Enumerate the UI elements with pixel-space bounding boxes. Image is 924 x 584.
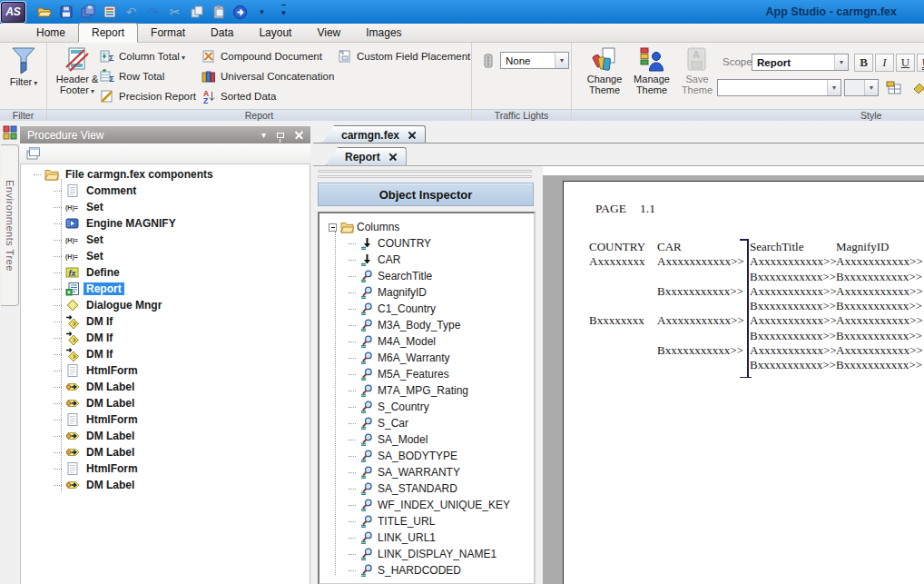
report-cell[interactable] xyxy=(589,358,657,372)
column-item-sa-bodytype[interactable]: SA_BODYTYPE xyxy=(325,448,534,464)
procedure-item-dm-if[interactable]: DM If xyxy=(21,346,310,362)
component-properties-icon[interactable] xyxy=(25,146,40,161)
redo-icon[interactable]: ↷ xyxy=(145,5,161,20)
column-item-magnifyid[interactable]: MagnifyID xyxy=(325,284,534,301)
report-cell[interactable]: Axxxxxxxxxxx>> xyxy=(750,254,836,269)
precision-report-button[interactable]: Precision Report xyxy=(100,87,196,105)
tab-format[interactable]: Format xyxy=(138,24,198,42)
report-cell[interactable]: Axxxxxxxx xyxy=(589,254,657,269)
procedure-item-set[interactable]: (H)=Set xyxy=(21,248,310,264)
procedure-item-set[interactable]: (H)=Set xyxy=(21,199,310,215)
report-cell[interactable]: Axxxxxxxxxxx>> xyxy=(836,284,924,299)
column-item-link-url1[interactable]: LINK_URL1 xyxy=(325,530,534,546)
procedure-item-htmlform[interactable]: HtmlForm xyxy=(21,362,310,379)
column-item-link-display-name1[interactable]: LINK_DISPLAY_NAME1 xyxy=(325,546,534,562)
tab-layout[interactable]: Layout xyxy=(246,24,304,42)
compound-document-button[interactable]: Compound Document xyxy=(202,47,322,65)
column-item-sa-model[interactable]: SA_Model xyxy=(325,431,534,448)
italic-button[interactable]: I xyxy=(875,54,894,72)
procedure-item-dm-if[interactable]: DM If xyxy=(21,330,310,346)
splitter-handle[interactable] xyxy=(318,175,532,178)
tab-report[interactable]: Report xyxy=(78,23,138,43)
report-cell[interactable] xyxy=(589,343,657,358)
tab-images[interactable]: Images xyxy=(353,24,414,42)
report-cell[interactable]: Bxxxxxxxxxxx>> xyxy=(750,329,836,343)
collapse-icon[interactable] xyxy=(329,223,337,232)
column-item-searchtitle[interactable]: SearchTitle xyxy=(325,268,534,284)
procedure-item-dm-label[interactable]: DM Label xyxy=(21,444,310,460)
report-cell[interactable] xyxy=(657,358,750,372)
column-item-m4a-model[interactable]: M4A_Model xyxy=(325,333,534,350)
column-item-m3a-body-type[interactable]: M3A_Body_Type xyxy=(325,317,534,333)
column-item-sa-warranty[interactable]: SA_WARRANTY xyxy=(325,464,534,480)
report-cell[interactable]: Bxxxxxxxxxxx>> xyxy=(750,358,836,372)
procedure-item-dm-label[interactable]: DM Label xyxy=(21,477,310,493)
pin-icon[interactable] xyxy=(277,133,284,138)
procedure-item-engine-magnify[interactable]: Engine MAGNIFY xyxy=(21,215,310,232)
procedure-item-dm-if[interactable]: DM If xyxy=(21,313,310,330)
report-cell[interactable]: Bxxxxxxxxxxx>> xyxy=(657,284,750,299)
report-cell[interactable]: Axxxxxxxxxxx>> xyxy=(657,254,750,269)
procedure-item-dialogue-mngr[interactable]: Dialogue Mngr xyxy=(21,297,310,313)
report-cell[interactable]: Bxxxxxxxxxxx>> xyxy=(750,299,836,313)
app-logo[interactable]: AS xyxy=(1,2,25,23)
universal-concatenation-button[interactable]: Universal Concatenation xyxy=(202,67,334,85)
report-header-cell[interactable]: MagnifyID xyxy=(836,240,924,254)
report-cell[interactable] xyxy=(589,329,657,343)
tab-view[interactable]: View xyxy=(304,24,353,42)
font-size-select[interactable]: ▾ xyxy=(844,79,879,96)
procedure-item-dm-label[interactable]: DM Label xyxy=(21,428,310,444)
close-icon[interactable] xyxy=(295,131,303,139)
procedure-item-set[interactable]: (H)=Set xyxy=(21,232,310,248)
procedure-item-report[interactable]: Report xyxy=(21,281,310,297)
panel-menu-icon[interactable]: ▾ xyxy=(261,131,266,140)
save-icon[interactable] xyxy=(58,5,74,20)
dropdown-icon[interactable]: ▾ xyxy=(254,5,270,20)
column-item-m7a-mpg-rating[interactable]: M7A_MPG_Rating xyxy=(325,382,534,399)
run-icon[interactable] xyxy=(232,5,248,20)
report-cell[interactable]: Axxxxxxxxxxx>> xyxy=(750,313,836,328)
bold-button[interactable]: B xyxy=(854,54,873,72)
procedure-item-htmlform[interactable]: HtmlForm xyxy=(21,460,310,477)
report-cell[interactable]: Axxxxxxxxxxx>> xyxy=(836,343,924,358)
report-cell[interactable] xyxy=(589,284,657,299)
column-item-sa-standard[interactable]: SA_STANDARD xyxy=(325,480,534,497)
scope-select[interactable]: Report ▾ xyxy=(752,54,849,71)
cut-icon[interactable]: ✂ xyxy=(167,5,182,20)
column-item-wf-index-unique-key[interactable]: WF_INDEX_UNIQUE_KEY xyxy=(325,497,534,513)
procedure-item-file-carmgn-fex-components[interactable]: File carmgn.fex components xyxy=(21,166,310,183)
save-theme-button[interactable]: A Save Theme xyxy=(677,46,717,95)
environments-icon[interactable] xyxy=(3,125,17,140)
column-item-m6a-warranty[interactable]: M6A_Warranty xyxy=(325,350,534,366)
font-family-select[interactable]: ▾ xyxy=(717,79,841,96)
report-view-tab[interactable]: Report xyxy=(326,147,407,165)
view-designer-icon[interactable] xyxy=(102,5,117,20)
sorted-data-button[interactable]: AZ Sorted Data xyxy=(202,87,276,105)
fill-color-button[interactable] xyxy=(909,79,924,97)
report-cell[interactable]: Bxxxxxxxxxxx>> xyxy=(836,299,924,313)
report-header-cell[interactable]: SearchTitle xyxy=(750,240,836,254)
close-icon[interactable] xyxy=(408,132,416,139)
undo-icon[interactable]: ↶ xyxy=(123,5,139,20)
column-item-car[interactable]: CAR xyxy=(325,252,534,268)
change-theme-button[interactable]: Change Theme xyxy=(583,46,626,95)
toolbar-options-icon[interactable]: ▾ xyxy=(276,5,291,20)
save-all-icon[interactable] xyxy=(80,5,95,20)
report-cell[interactable]: Bxxxxxxxxxxx>> xyxy=(836,270,924,284)
report-cell[interactable]: Bxxxxxxxxxxx>> xyxy=(750,270,836,284)
column-total-button[interactable]: Σ Column Total xyxy=(100,47,185,65)
column-item-m5a-features[interactable]: M5A_Features xyxy=(325,366,534,382)
report-cell[interactable]: Bxxxxxxxxxxx>> xyxy=(657,343,750,358)
tab-home[interactable]: Home xyxy=(24,24,78,42)
column-item-s-car[interactable]: S_Car xyxy=(325,415,534,431)
report-cell[interactable]: Bxxxxxxxx xyxy=(589,313,657,328)
procedure-item-dm-label[interactable]: DM Label xyxy=(21,379,310,395)
report-cell[interactable]: Axxxxxxxxxxx>> xyxy=(750,284,836,299)
tab-data[interactable]: Data xyxy=(198,24,246,42)
filter-button[interactable]: Filter xyxy=(3,45,44,89)
report-cell[interactable]: Axxxxxxxxxxx>> xyxy=(836,254,924,269)
paste-icon[interactable] xyxy=(211,5,226,20)
report-table[interactable]: COUNTRYCARSearchTitleMagnifyIDAxxxxxxxxA… xyxy=(589,240,924,373)
underline-button[interactable]: U xyxy=(896,54,915,72)
column-item-s-hardcoded[interactable]: S_HARDCODED xyxy=(325,562,534,579)
